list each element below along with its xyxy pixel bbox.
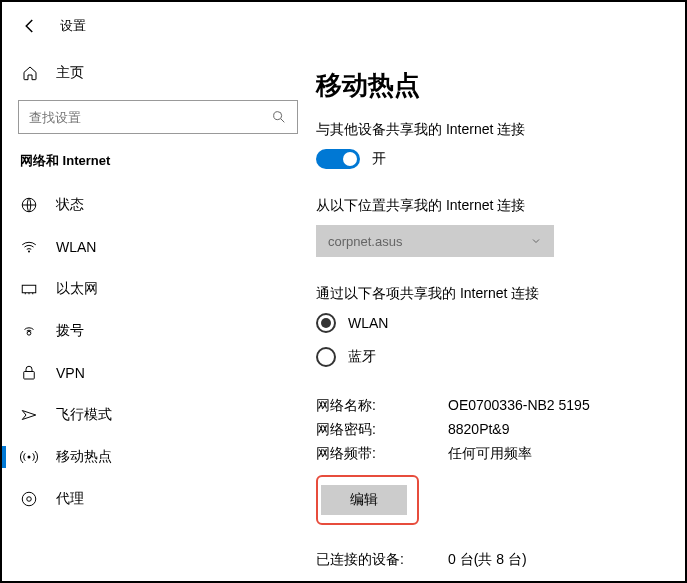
svg-point-0	[274, 112, 282, 120]
sidebar-item-label: 以太网	[56, 280, 98, 298]
sidebar-item-label: 拨号	[56, 322, 84, 340]
sidebar-item-airplane[interactable]: 飞行模式	[2, 394, 314, 436]
svg-rect-5	[24, 372, 35, 380]
hotspot-toggle[interactable]	[316, 149, 360, 169]
sidebar-home-label: 主页	[56, 64, 84, 82]
ethernet-icon	[20, 280, 38, 298]
search-icon	[271, 109, 287, 125]
connected-key: 已连接的设备:	[316, 551, 448, 569]
svg-point-6	[28, 456, 31, 459]
toggle-state-label: 开	[372, 150, 386, 168]
svg-rect-3	[22, 285, 36, 293]
sidebar-item-label: 状态	[56, 196, 84, 214]
sidebar-item-wlan[interactable]: WLAN	[2, 226, 314, 268]
sidebar-nav: 状态 WLAN 以太网 拨号 VPN 飞行模式	[2, 184, 314, 520]
share-via-label: 通过以下各项共享我的 Internet 连接	[316, 285, 675, 303]
dialup-icon	[20, 322, 38, 340]
home-icon	[22, 65, 38, 81]
vpn-icon	[20, 364, 38, 382]
radio-wlan-label: WLAN	[348, 315, 388, 331]
net-name-value: OE0700336-NB2 5195	[448, 397, 590, 415]
sidebar-item-label: VPN	[56, 365, 85, 381]
search-input-box[interactable]	[18, 100, 298, 134]
wifi-icon	[20, 238, 38, 256]
sidebar-item-ethernet[interactable]: 以太网	[2, 268, 314, 310]
sidebar-item-hotspot[interactable]: 移动热点	[2, 436, 314, 478]
net-name-key: 网络名称:	[316, 397, 448, 415]
edit-highlight: 编辑	[316, 475, 419, 525]
radio-bluetooth[interactable]: 蓝牙	[316, 347, 675, 367]
sidebar-item-label: 飞行模式	[56, 406, 112, 424]
page-title: 移动热点	[316, 68, 675, 103]
airplane-icon	[20, 406, 38, 424]
sidebar-item-vpn[interactable]: VPN	[2, 352, 314, 394]
radio-wlan[interactable]: WLAN	[316, 313, 675, 333]
net-pass-key: 网络密码:	[316, 421, 448, 439]
radio-icon	[316, 347, 336, 367]
sidebar-item-dialup[interactable]: 拨号	[2, 310, 314, 352]
main-content: 移动热点 与其他设备共享我的 Internet 连接 开 从以下位置共享我的 I…	[314, 46, 685, 577]
net-pass-value: 8820Pt&9	[448, 421, 510, 439]
share-from-value: corpnet.asus	[328, 234, 402, 249]
svg-point-7	[22, 492, 36, 506]
sidebar-home[interactable]: 主页	[2, 64, 314, 100]
sidebar-section-title: 网络和 Internet	[2, 152, 314, 184]
sidebar-item-label: WLAN	[56, 239, 96, 255]
svg-point-8	[27, 497, 32, 502]
net-band-key: 网络频带:	[316, 445, 448, 463]
sidebar-item-status[interactable]: 状态	[2, 184, 314, 226]
sidebar-item-proxy[interactable]: 代理	[2, 478, 314, 520]
net-band-value: 任何可用频率	[448, 445, 532, 463]
search-input[interactable]	[29, 110, 271, 125]
sidebar-item-label: 代理	[56, 490, 84, 508]
share-from-select[interactable]: corpnet.asus	[316, 225, 554, 257]
connected-value: 0 台(共 8 台)	[448, 551, 527, 569]
back-button[interactable]	[20, 16, 40, 36]
hotspot-icon	[20, 448, 38, 466]
edit-button[interactable]: 编辑	[321, 485, 407, 515]
proxy-icon	[20, 490, 38, 508]
sidebar: 主页 网络和 Internet 状态 WLAN 以太网 拨号	[2, 46, 314, 577]
globe-icon	[20, 196, 38, 214]
share-from-label: 从以下位置共享我的 Internet 连接	[316, 197, 675, 215]
chevron-down-icon	[530, 235, 542, 247]
sidebar-item-label: 移动热点	[56, 448, 112, 466]
arrow-left-icon	[21, 17, 39, 35]
window-title: 设置	[60, 17, 86, 35]
share-label: 与其他设备共享我的 Internet 连接	[316, 121, 675, 139]
radio-bt-label: 蓝牙	[348, 348, 376, 366]
svg-point-2	[28, 251, 30, 253]
svg-point-4	[27, 331, 31, 335]
radio-icon	[316, 313, 336, 333]
